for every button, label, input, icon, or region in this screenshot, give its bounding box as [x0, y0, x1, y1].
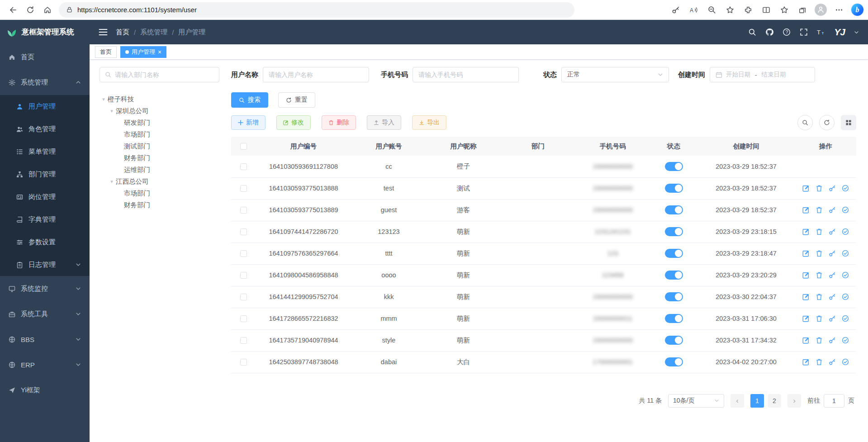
tree-node[interactable]: ▾橙子科技: [100, 93, 219, 105]
fullscreen-icon[interactable]: [800, 28, 808, 36]
status-toggle[interactable]: [665, 357, 683, 366]
refresh-table-button[interactable]: [819, 115, 835, 130]
tree-node[interactable]: 研发部门: [100, 117, 219, 128]
extensions-button[interactable]: [740, 2, 757, 18]
address-bar[interactable]: https://ccnetcore.com:1101/system/user: [59, 2, 574, 18]
sidebar-item-menu-mgmt[interactable]: 菜单管理: [0, 140, 90, 163]
reset-button[interactable]: 重置: [278, 92, 315, 108]
tree-node[interactable]: 财务部门: [100, 152, 219, 164]
read-aloud-button[interactable]: A: [685, 2, 702, 18]
assign-role-icon[interactable]: [842, 250, 849, 257]
page-button-1[interactable]: 1: [750, 394, 764, 408]
browser-menu-button[interactable]: [830, 2, 848, 18]
row-checkbox[interactable]: [240, 315, 247, 322]
tab-首页[interactable]: 首页: [95, 46, 117, 58]
edit-row-icon[interactable]: [802, 228, 810, 235]
browser-profile-avatar[interactable]: [815, 4, 827, 16]
reset-password-icon[interactable]: [829, 185, 836, 192]
status-toggle[interactable]: [665, 249, 683, 258]
edit-row-icon[interactable]: [802, 293, 810, 300]
modify-button[interactable]: 修改: [276, 115, 311, 130]
username-input[interactable]: [269, 71, 363, 78]
zoom-button[interactable]: [703, 2, 721, 18]
sidebar-item-dict-mgmt[interactable]: 字典管理: [0, 208, 90, 231]
row-checkbox[interactable]: [240, 250, 247, 257]
reset-password-icon[interactable]: [829, 271, 836, 279]
sidebar-item-param-settings[interactable]: 参数设置: [0, 231, 90, 253]
add-favorite-button[interactable]: [721, 2, 739, 18]
sidebar-item-role-mgmt[interactable]: 角色管理: [0, 118, 90, 140]
user-menu-caret-icon[interactable]: [854, 30, 859, 35]
delete-row-icon[interactable]: [816, 250, 823, 257]
row-checkbox[interactable]: [240, 337, 247, 344]
assign-role-icon[interactable]: [842, 337, 849, 344]
delete-row-icon[interactable]: [816, 228, 823, 235]
status-toggle[interactable]: [665, 184, 683, 193]
edit-row-icon[interactable]: [802, 206, 810, 214]
breadcrumb-item[interactable]: 用户管理: [178, 28, 205, 37]
add-button[interactable]: 新增: [231, 115, 266, 130]
reset-password-icon[interactable]: [829, 228, 836, 235]
user-logo[interactable]: YJ: [834, 27, 845, 38]
delete-row-icon[interactable]: [816, 206, 823, 214]
app-logo[interactable]: 意框架管理系统: [0, 20, 90, 44]
status-toggle[interactable]: [665, 271, 683, 280]
reset-password-icon[interactable]: [829, 206, 836, 214]
font-size-icon[interactable]: TT: [817, 28, 825, 36]
status-select[interactable]: 正常: [561, 67, 669, 82]
reset-password-icon[interactable]: [829, 358, 836, 366]
edit-row-icon[interactable]: [802, 185, 810, 192]
copilot-button[interactable]: b: [851, 4, 863, 16]
reset-password-icon[interactable]: [829, 293, 836, 300]
sidebar-item-yi-framework[interactable]: Yi框架: [0, 377, 90, 403]
edit-row-icon[interactable]: [802, 315, 810, 322]
row-checkbox[interactable]: [240, 185, 247, 192]
edit-row-icon[interactable]: [802, 250, 810, 257]
row-checkbox[interactable]: [240, 207, 247, 214]
help-icon[interactable]: ?: [783, 28, 791, 36]
delete-row-icon[interactable]: [816, 358, 823, 366]
sidebar-item-log-mgmt[interactable]: 日志管理: [0, 253, 90, 276]
header-search-icon[interactable]: [748, 28, 756, 36]
status-toggle[interactable]: [665, 162, 683, 171]
tree-node[interactable]: ▾深圳总公司: [100, 105, 219, 117]
columns-button[interactable]: [841, 115, 856, 130]
tree-node[interactable]: 运维部门: [100, 164, 219, 176]
collections-button[interactable]: [794, 2, 811, 18]
row-checkbox[interactable]: [240, 294, 247, 300]
assign-role-icon[interactable]: [842, 358, 849, 366]
page-size-select[interactable]: 10条/页: [668, 394, 724, 408]
edit-row-icon[interactable]: [802, 271, 810, 279]
delete-row-icon[interactable]: [816, 337, 823, 344]
select-all-checkbox[interactable]: [240, 143, 247, 150]
export-button[interactable]: 导出: [412, 115, 446, 130]
sidebar-item-system-monitor[interactable]: 系统监控: [0, 276, 90, 301]
search-button[interactable]: 搜索: [231, 92, 268, 108]
edit-row-icon[interactable]: [802, 337, 810, 344]
sidebar-item-dept-mgmt[interactable]: 部门管理: [0, 163, 90, 185]
sidebar-item-system-tools[interactable]: 系统工具: [0, 301, 90, 327]
delete-button[interactable]: 删除: [322, 115, 356, 130]
toggle-search-button[interactable]: [797, 115, 813, 130]
browser-home-button[interactable]: [39, 2, 56, 18]
sidebar-item-system-mgmt[interactable]: 系统管理: [0, 70, 90, 95]
favorites-button[interactable]: [776, 2, 793, 18]
tree-expand-icon[interactable]: ▾: [108, 179, 116, 185]
tree-expand-icon[interactable]: ▾: [100, 96, 108, 102]
next-page-button[interactable]: ›: [787, 394, 801, 408]
tree-node[interactable]: ▾江西总公司: [100, 176, 219, 187]
tab-close-icon[interactable]: ×: [158, 49, 161, 55]
dept-search-input[interactable]: [115, 71, 214, 78]
tree-expand-icon[interactable]: ▾: [108, 108, 116, 114]
status-toggle[interactable]: [665, 205, 683, 214]
sidebar-item-post-mgmt[interactable]: 岗位管理: [0, 185, 90, 208]
row-checkbox[interactable]: [240, 359, 247, 366]
sidebar-item-user-mgmt[interactable]: 用户管理: [0, 95, 90, 118]
tab-用户管理[interactable]: 用户管理×: [120, 46, 166, 58]
tree-node[interactable]: 测试部门: [100, 140, 219, 152]
tree-node[interactable]: 财务部门: [100, 199, 219, 211]
reset-password-icon[interactable]: [829, 250, 836, 257]
sidebar-item-home[interactable]: 首页: [0, 44, 90, 70]
assign-role-icon[interactable]: [842, 185, 849, 192]
back-button[interactable]: [5, 2, 22, 18]
